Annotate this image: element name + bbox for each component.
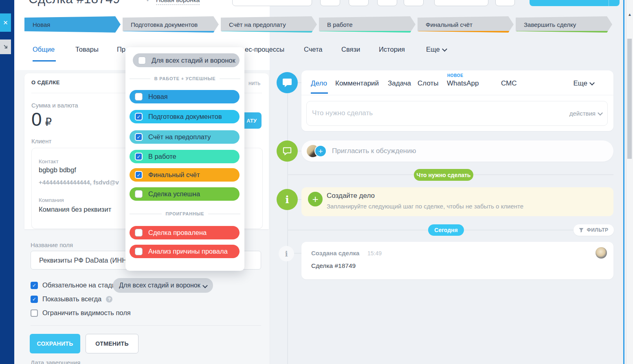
tab-scheta[interactable]: Счета bbox=[304, 46, 323, 53]
required-stage-dropdown[interactable]: Для всех стадий и воронок bbox=[113, 278, 213, 293]
toolbar-button-1[interactable] bbox=[320, 0, 340, 6]
scrollbar-up-arrow[interactable]: ▲ bbox=[628, 12, 632, 17]
stage-option-checkbox[interactable]: ✓ bbox=[135, 93, 143, 101]
stage-option-novaya[interactable]: ✓ Новая bbox=[130, 90, 240, 103]
stage-option-checkbox[interactable]: ✓ bbox=[135, 190, 143, 198]
stage-option-finalny[interactable]: ✓ Финальный счёт bbox=[130, 168, 240, 182]
tab-tovary[interactable]: Товары bbox=[75, 46, 99, 53]
composer-tab-zadacha[interactable]: Задача bbox=[388, 79, 411, 88]
all-stages-option[interactable]: ✓ Для всех стадий и воронок bbox=[133, 53, 240, 67]
show-always-label: Показывать всегда bbox=[42, 295, 101, 303]
toolbar-button-5[interactable] bbox=[434, 0, 488, 6]
tab-fragment-processes[interactable]: ес-процессы bbox=[245, 46, 284, 53]
section-title: ПРОИГРАННЫЕ bbox=[162, 211, 209, 216]
toolbar-button-2[interactable] bbox=[349, 0, 369, 6]
tab-istoriya[interactable]: История bbox=[379, 46, 405, 53]
check-icon: ✓ bbox=[32, 283, 36, 288]
composer-tab-kommentariy[interactable]: Комментарий bbox=[335, 79, 379, 88]
event-body[interactable]: Сделка #18749 bbox=[311, 262, 356, 270]
stage-chip-v-rabote[interactable]: В работе bbox=[319, 16, 415, 33]
composer-tab-sms[interactable]: СМС bbox=[501, 79, 517, 88]
composer-tab-delo[interactable]: Дело bbox=[311, 79, 327, 88]
stage-chip-label: Финальный счёт bbox=[426, 21, 473, 28]
stage-option-checkbox[interactable]: ✓ bbox=[135, 171, 143, 179]
toolbar-button-6[interactable] bbox=[495, 0, 515, 6]
all-stages-checkbox[interactable]: ✓ bbox=[138, 57, 146, 64]
tab-fragment-left[interactable]: Пр bbox=[117, 46, 125, 53]
composer-more-button[interactable]: Еще bbox=[573, 79, 594, 88]
close-widget-button[interactable]: ✕ bbox=[0, 13, 11, 32]
create-task-card[interactable]: + Создайте дело Запланируйте следующий ш… bbox=[301, 187, 613, 216]
active-tab-underline bbox=[33, 60, 56, 61]
restrict-checkbox[interactable]: ✓ bbox=[31, 309, 38, 317]
stage-option-v-rabote[interactable]: ✓ В работе bbox=[130, 150, 240, 163]
stage-option-label: Сделка успешна bbox=[148, 190, 200, 198]
stage-option-checkbox[interactable]: ✓ bbox=[135, 248, 143, 255]
chat-bubble-outline-icon bbox=[283, 147, 292, 156]
timeline-connector bbox=[298, 199, 301, 200]
date-label-partial: Дата завершения bbox=[31, 359, 80, 364]
scrollbar-thumb[interactable] bbox=[627, 39, 632, 159]
invite-bar[interactable]: + Пригласить к обсуждению bbox=[301, 140, 613, 162]
help-icon[interactable]: ? bbox=[106, 296, 112, 303]
popout-widget-button[interactable] bbox=[0, 39, 11, 54]
event-time: 15:49 bbox=[367, 250, 382, 257]
save-button[interactable]: СОХРАНИТЬ bbox=[30, 334, 80, 353]
contact-name[interactable]: bgbgb bdbgf bbox=[39, 166, 76, 174]
stage-underline bbox=[418, 31, 509, 33]
required-checkbox[interactable]: ✓ bbox=[31, 282, 38, 289]
stage-option-label: Сделка провалена bbox=[148, 229, 207, 237]
stage-option-checkbox[interactable]: ✓ bbox=[135, 229, 143, 237]
stage-option-uspeshna[interactable]: ✓ Сделка успешна bbox=[130, 187, 240, 201]
actions-dropdown[interactable]: действия bbox=[569, 110, 602, 117]
stage-underline bbox=[320, 31, 411, 33]
toolbar-button-4[interactable] bbox=[404, 0, 424, 6]
stage-chip-zavershit[interactable]: Завершить сделку bbox=[516, 16, 612, 33]
show-always-checkbox[interactable]: ✓ bbox=[31, 296, 38, 303]
chevron-down-icon bbox=[598, 110, 603, 116]
stage-chip-schet-predoplata[interactable]: Счёт на предоплату bbox=[221, 16, 317, 33]
stage-option-podgotovka[interactable]: ✓ Подготовка документов bbox=[130, 110, 240, 123]
event-title: Создана сделка bbox=[311, 250, 359, 257]
check-icon: ✓ bbox=[136, 134, 141, 140]
edit-link-partial[interactable]: нить bbox=[248, 80, 260, 86]
close-icon: ✕ bbox=[3, 19, 8, 26]
new-badge: НОВОЕ bbox=[447, 73, 463, 78]
contact-details[interactable]: +44444444444444, fsdvd@v bbox=[39, 179, 119, 186]
stage-option-provalena[interactable]: ✓ Сделка провалена bbox=[130, 226, 240, 239]
deal-amount[interactable]: 0₽ bbox=[31, 108, 52, 130]
stage-option-schet[interactable]: ✓ Счёт на предоплату bbox=[130, 130, 240, 144]
stage-option-checkbox[interactable]: ✓ bbox=[135, 133, 143, 141]
add-participant-icon[interactable]: + bbox=[314, 145, 327, 157]
stage-option-analiz[interactable]: ✓ Анализ причины провала bbox=[130, 245, 240, 258]
stage-option-label: Анализ причины провала bbox=[148, 248, 228, 255]
stage-option-checkbox[interactable]: ✓ bbox=[135, 153, 143, 160]
composer-icon-circle bbox=[277, 72, 298, 93]
funnel-link[interactable]: Новая воронка bbox=[156, 0, 200, 5]
stage-chip-finalny-schet[interactable]: Финальный счёт bbox=[418, 16, 514, 33]
tab-svyazi[interactable]: Связи bbox=[341, 46, 360, 53]
stage-chip-novaya[interactable]: Новая bbox=[24, 16, 121, 33]
toolbar-button-3[interactable] bbox=[377, 0, 397, 6]
title-separator-dot: • bbox=[147, 0, 149, 4]
stage-chip-podgotovka[interactable]: Подготовка документов bbox=[123, 16, 219, 33]
required-label: Обязательное на стадии: bbox=[42, 281, 121, 289]
tab-obshchie[interactable]: Общие bbox=[33, 46, 55, 53]
tab-eshche[interactable]: Еще bbox=[426, 46, 446, 53]
cancel-button[interactable]: ОТМЕНИТЬ bbox=[86, 334, 138, 353]
plus-circle-icon[interactable]: + bbox=[308, 192, 323, 206]
filter-button[interactable]: ФИЛЬТР bbox=[574, 224, 614, 236]
stage-option-checkbox[interactable]: ✓ bbox=[135, 113, 143, 121]
toolbar-primary-button[interactable] bbox=[530, 0, 620, 6]
deal-section-title: О СДЕЛКЕ bbox=[31, 79, 60, 86]
create-task-title: Создайте дело bbox=[327, 192, 375, 200]
composer-tab-whatsapp[interactable]: WhatsApp bbox=[447, 79, 479, 88]
event-info-icon-circle: i bbox=[279, 246, 294, 261]
composer-tab-sloty[interactable]: Слоты bbox=[418, 79, 438, 88]
toolbar-search-field[interactable] bbox=[232, 0, 312, 6]
timeline-connector bbox=[298, 151, 301, 151]
plus-icon: + bbox=[318, 147, 323, 155]
company-name[interactable]: Компания без реквизит bbox=[39, 206, 111, 213]
divider bbox=[31, 325, 261, 326]
tab-eshche-label: Еще bbox=[426, 46, 440, 53]
